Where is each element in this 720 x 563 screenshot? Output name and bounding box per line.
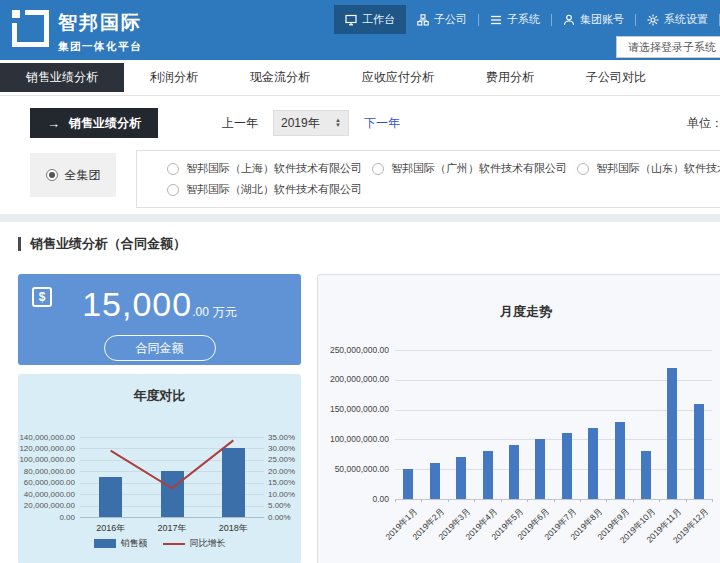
brand-logo-icon <box>12 10 49 47</box>
company-option-label: 智邦国际（山东）软件技术有限公司 <box>596 161 720 176</box>
content-area: $ 15,000.00万元 合同金额 年度对比 140,000,000.0035… <box>18 274 720 563</box>
tab-cashflow[interactable]: 现金流分析 <box>224 60 336 95</box>
y-axis-tick: 250,000,000.00 <box>318 346 389 355</box>
gridline <box>395 350 712 351</box>
logo-corner <box>12 10 20 18</box>
heading-tick-bar <box>18 237 21 251</box>
list-icon <box>490 14 502 26</box>
kpi-value: 15,000.00万元 <box>18 287 301 329</box>
yearly-bar <box>161 471 184 517</box>
next-year-button[interactable]: 下一年 <box>364 115 400 132</box>
tab-profit[interactable]: 利润分析 <box>124 60 224 95</box>
brand-text: 智邦国际 集团一体化平台 <box>58 10 142 54</box>
nav-item-label: 集团账号 <box>580 12 624 27</box>
gridline <box>80 437 264 438</box>
right-axis-tick: 0.00% <box>268 513 291 522</box>
right-axis-tick: 30.00% <box>268 444 295 453</box>
toolbar: → 销售业绩分析 上一年 2019年 ▲ ▼ 下一年 单位： <box>0 96 720 150</box>
yearly-comparison-card: 年度对比 140,000,000.0035.00%120,000,000.003… <box>18 374 301 563</box>
user-icon <box>563 14 575 26</box>
kpi-value-decimal: .00 <box>192 305 209 319</box>
nav-item-group-account[interactable]: 集团账号 <box>552 5 635 34</box>
contract-amount-button[interactable]: 合同金额 <box>104 335 216 361</box>
yearly-legend: 销售额 同比增长 <box>18 537 301 550</box>
monthly-bar <box>641 451 651 499</box>
gridline <box>395 410 712 411</box>
tab-sales-performance[interactable]: 销售业绩分析 <box>0 63 124 92</box>
radio-icon[interactable] <box>372 163 384 175</box>
radio-icon[interactable] <box>577 163 589 175</box>
monthly-bar <box>430 463 440 499</box>
monthly-bar <box>483 451 493 499</box>
right-axis-tick: 35.00% <box>268 433 295 442</box>
company-option-label: 智邦国际（广州）软件技术有限公司 <box>391 161 567 176</box>
nav-item-label: 工作台 <box>362 12 395 27</box>
login-subsystem-select[interactable]: 请选择登录子系统 <box>616 36 720 58</box>
brand: 智邦国际 集团一体化平台 <box>12 10 142 54</box>
company-option-shandong[interactable]: 智邦国际（山东）软件技术有限公司 <box>577 158 720 179</box>
group-all-option[interactable]: 全集团 <box>30 153 116 197</box>
analysis-tabbar: 销售业绩分析 利润分析 现金流分析 应收应付分析 费用分析 子公司对比 <box>0 60 720 96</box>
left-axis-tick: 40,000,000.00 <box>18 490 75 499</box>
monthly-bar <box>562 433 572 499</box>
yearly-chart-title: 年度对比 <box>18 387 301 405</box>
monthly-bar <box>509 445 519 499</box>
axis-tick-mark <box>659 499 660 502</box>
legend-label: 同比增长 <box>190 537 226 550</box>
monthly-bar <box>667 368 677 499</box>
axis-tick-mark <box>395 499 396 502</box>
monthly-bar <box>403 469 413 499</box>
yearly-bar <box>99 477 122 517</box>
org-icon <box>417 14 429 26</box>
y-axis-tick: 100,000,000.00 <box>318 435 389 444</box>
section-badge[interactable]: → 销售业绩分析 <box>30 108 158 138</box>
contract-amount-kpi-card: $ 15,000.00万元 合同金额 <box>18 274 301 365</box>
yearly-bar <box>222 448 245 517</box>
nav-item-label: 系统设置 <box>664 12 708 27</box>
nav-item-workbench[interactable]: 工作台 <box>334 5 406 34</box>
nav-item-settings[interactable]: 系统设置 <box>636 5 719 34</box>
unit-label: 单位： <box>687 115 720 132</box>
group-all-label: 全集团 <box>65 167 101 184</box>
year-select[interactable]: 2019年 ▲ ▼ <box>273 110 349 136</box>
axis-tick-mark <box>448 499 449 502</box>
right-axis-tick: 15.00% <box>268 478 295 487</box>
section-heading: 销售业绩分析（合同金额） <box>18 236 720 252</box>
tab-expenses[interactable]: 费用分析 <box>460 60 560 95</box>
company-option-guangzhou[interactable]: 智邦国际（广州）软件技术有限公司 <box>372 158 577 179</box>
gear-icon <box>647 14 659 26</box>
legend-bar-swatch <box>94 539 116 548</box>
axis-tick-mark <box>712 499 713 502</box>
section-title: 销售业绩分析（合同金额） <box>30 235 186 253</box>
monthly-bar <box>694 404 704 499</box>
company-option-label: 智邦国际（湖北）软件技术有限公司 <box>186 182 362 197</box>
company-option-shanghai[interactable]: 智邦国际（上海）软件技术有限公司 <box>167 158 372 179</box>
spinner-icon[interactable]: ▲ ▼ <box>335 118 341 128</box>
nav-item-subsidiaries[interactable]: 子公司 <box>406 5 478 34</box>
top-header: 智邦国际 集团一体化平台 工作台 子公司 <box>0 0 720 60</box>
spinner-down-icon[interactable]: ▼ <box>335 123 341 128</box>
brand-title: 智邦国际 <box>58 10 142 36</box>
axis-tick-mark <box>527 499 528 502</box>
section-badge-label: 销售业绩分析 <box>69 115 141 132</box>
company-filter-panel: 智邦国际（上海）软件技术有限公司 智邦国际（广州）软件技术有限公司 智邦国际（山… <box>136 150 720 208</box>
tab-receivables-payables[interactable]: 应收应付分析 <box>336 60 460 95</box>
legend-line-swatch <box>163 543 185 545</box>
radio-checked-icon[interactable] <box>46 169 58 181</box>
section-divider-band <box>0 214 720 222</box>
prev-year-button[interactable]: 上一年 <box>222 115 258 132</box>
left-axis-tick: 20,000,000.00 <box>18 501 75 510</box>
nav-item-label: 子系统 <box>507 12 540 27</box>
tab-subsidiary-compare[interactable]: 子公司对比 <box>560 60 672 95</box>
company-option-hubei[interactable]: 智邦国际（湖北）软件技术有限公司 <box>167 179 372 200</box>
kpi-value-main: 15,000 <box>82 285 192 323</box>
filter-row: 全集团 智邦国际（上海）软件技术有限公司 智邦国际（广州）软件技术有限公司 智邦… <box>0 150 720 206</box>
left-axis-tick: 140,000,000.00 <box>18 433 75 442</box>
monthly-bar <box>535 439 545 499</box>
nav-item-subsystems[interactable]: 子系统 <box>479 5 551 34</box>
yearly-x-label: 2017年 <box>142 522 202 535</box>
radio-icon[interactable] <box>167 163 179 175</box>
radio-icon[interactable] <box>167 184 179 196</box>
left-column: $ 15,000.00万元 合同金额 年度对比 140,000,000.0035… <box>18 274 301 563</box>
monthly-chart-title: 月度走势 <box>318 303 720 321</box>
